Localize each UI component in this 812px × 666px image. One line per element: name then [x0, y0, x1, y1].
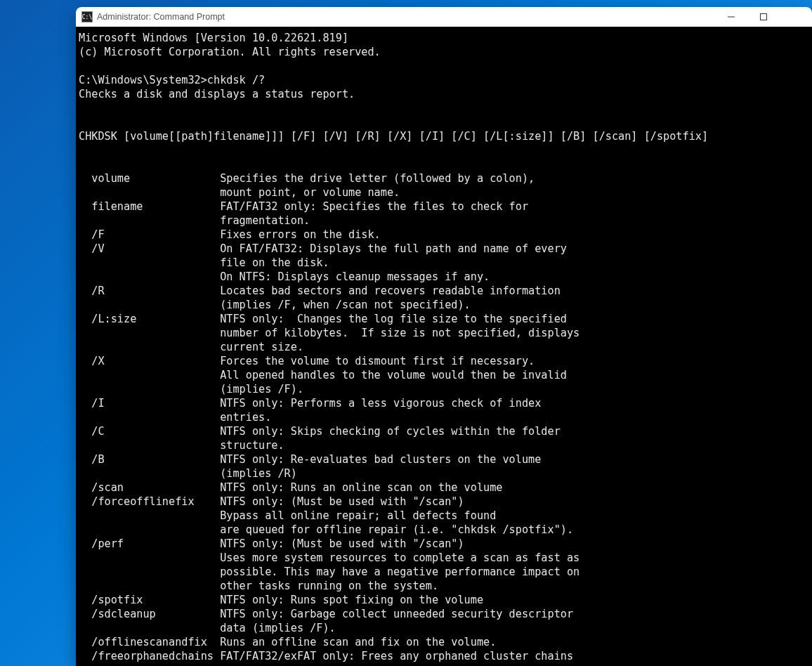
window-title: Administrator: Command Prompt [97, 12, 715, 22]
command-prompt-window: C:\ Administrator: Command Prompt Micros… [76, 7, 812, 666]
terminal-output[interactable]: Microsoft Windows [Version 10.0.22621.81… [76, 27, 812, 666]
minimize-button[interactable] [715, 7, 747, 27]
svg-rect-0 [761, 14, 767, 20]
cmd-icon: C:\ [81, 11, 93, 22]
window-controls [715, 7, 812, 27]
titlebar[interactable]: C:\ Administrator: Command Prompt [76, 7, 812, 27]
maximize-button[interactable] [747, 7, 780, 27]
